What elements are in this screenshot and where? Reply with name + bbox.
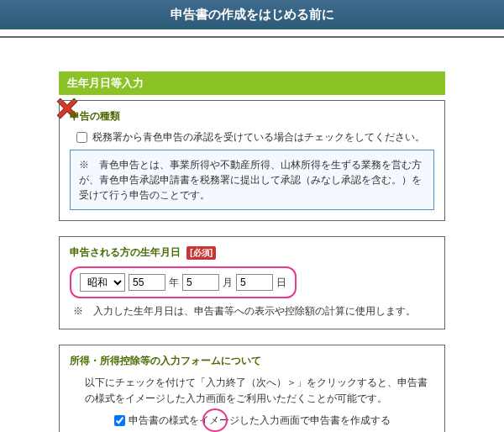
page-title: 申告書の作成をはじめる前に	[0, 0, 504, 29]
day-label: 日	[276, 276, 286, 290]
day-input[interactable]	[236, 274, 273, 291]
section-heading: 生年月日等入力	[59, 71, 445, 95]
panel-dob: 申告される方の生年月日 [必須] 昭和 年 月 日 ※ 入力した生年月日は、申告…	[59, 236, 445, 329]
info-prefix: ※	[79, 159, 99, 171]
info-box: ※ 青色申告とは、事業所得や不動産所得、山林所得を生ずる業務を営む方が、青色申告…	[70, 150, 434, 210]
year-label: 年	[169, 276, 179, 290]
month-input[interactable]	[182, 274, 219, 291]
blue-return-checkbox[interactable]	[76, 132, 87, 143]
era-select[interactable]: 昭和	[80, 273, 125, 292]
panel-form-style: 所得・所得控除等の入力フォームについて 以下にチェックを付けて「入力終了（次へ）…	[59, 345, 445, 432]
info-text: 青色申告とは、事業所得や不動産所得、山林所得を生ずる業務を営む方が、青色申告承認…	[79, 159, 422, 201]
sub-heading-form: 所得・所得控除等の入力フォームについて	[70, 354, 434, 368]
year-input[interactable]	[129, 274, 165, 291]
dob-input-group: 昭和 年 月 日	[70, 266, 297, 298]
form-description: 以下にチェックを付けて「入力終了（次へ）＞」をクリックすると、申告書の様式をイメ…	[85, 375, 434, 407]
panel-declaration-type: 申告の種類 税務署から青色申告の承認を受けている場合はチェックをしてください。 …	[59, 100, 445, 221]
image-form-label: 申告書の様式をイメージした入力画面で申告書を作成する	[129, 414, 391, 428]
required-badge: [必須]	[186, 246, 216, 260]
dob-note: ※ 入力した生年月日は、申告書等への表示や控除額の計算に使用します。	[73, 303, 434, 319]
image-form-checkbox[interactable]	[114, 415, 125, 426]
month-label: 月	[223, 276, 233, 290]
sub-heading-type: 申告の種類	[70, 109, 434, 124]
sub-heading-dob: 申告される方の生年月日 [必須]	[70, 245, 434, 260]
blue-return-label: 税務署から青色申告の承認を受けている場合はチェックをしてください。	[92, 130, 425, 145]
